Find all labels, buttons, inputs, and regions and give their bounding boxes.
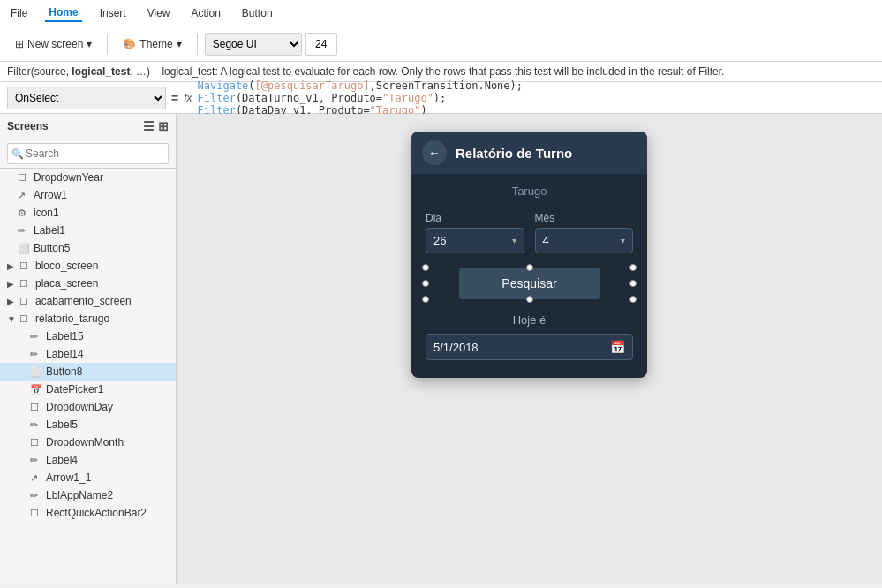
- today-date-value: 5/1/2018: [433, 341, 610, 354]
- phone-title: Relatório de Turno: [456, 146, 572, 161]
- tree-label: Label1: [34, 224, 169, 237]
- month-label: Mês: [535, 212, 634, 224]
- grid-view-icon[interactable]: ⊞: [158, 119, 169, 133]
- label-icon: ✏: [30, 490, 42, 501]
- handle-ml: [422, 280, 429, 287]
- handle-tm: [526, 264, 533, 271]
- icon-icon: ⚙: [18, 207, 30, 219]
- tree-item-icon1[interactable]: ⚙ icon1: [0, 204, 176, 222]
- property-select[interactable]: OnSelect: [7, 87, 166, 109]
- back-button[interactable]: ←: [422, 140, 447, 165]
- expand-icon[interactable]: ▼: [7, 314, 16, 324]
- button-icon: ⬜: [30, 366, 42, 378]
- label-icon: ✏: [30, 349, 42, 360]
- tree-item-DropdownYear[interactable]: ☐ DropdownYear: [0, 169, 176, 186]
- tree-item-acabamento-screen[interactable]: ▶ ☐ acabamento_screen: [0, 292, 176, 310]
- new-screen-label: New screen: [27, 38, 83, 50]
- filter-info: Filter(source, logical_test, …) logical_…: [7, 65, 724, 78]
- menu-action[interactable]: Action: [188, 5, 224, 21]
- tree-label: Label4: [46, 454, 169, 466]
- font-size-input[interactable]: [305, 33, 337, 56]
- menu-button[interactable]: Button: [238, 5, 276, 21]
- button-icon: ⬜: [18, 243, 30, 254]
- chevron-down-icon-2: ▾: [177, 38, 182, 50]
- screen-icon: ☐: [19, 260, 32, 272]
- theme-button[interactable]: 🎨 Theme ▾: [115, 34, 189, 55]
- formula-bar: OnSelect = fx Navigate([@pesquisarTarugo…: [0, 82, 882, 114]
- tree-item-Label4[interactable]: ✏ Label4: [0, 451, 176, 469]
- day-month-fields: Dia 26 ▾ Mês 4 ▾: [426, 212, 633, 253]
- formula-content: Navigate([@pesquisarTarugo],ScreenTransi…: [198, 79, 875, 117]
- canvas-area: ← Relatório de Turno Tarugo Dia 26 ▾ Mês: [177, 114, 882, 584]
- tree-item-bloco-screen[interactable]: ▶ ☐ bloco_screen: [0, 257, 176, 275]
- tree-label: DropdownMonth: [46, 436, 169, 449]
- pesquisar-button[interactable]: Pesquisar: [459, 268, 600, 299]
- dropdown-icon: ☐: [30, 402, 42, 413]
- menu-file[interactable]: File: [7, 5, 31, 21]
- theme-label: Theme: [139, 38, 172, 50]
- search-box: 🔍: [0, 139, 176, 169]
- tree-item-Button8[interactable]: ⬜ Button8: [0, 363, 176, 381]
- list-view-icon[interactable]: ☰: [143, 119, 155, 133]
- expand-icon[interactable]: ▶: [7, 261, 16, 271]
- tree-item-DropdownDay[interactable]: ☐ DropdownDay: [0, 398, 176, 416]
- tree-item-LblAppName2[interactable]: ✏ LblAppName2: [0, 486, 176, 504]
- chevron-down-icon: ▾: [87, 38, 92, 50]
- sidebar-title: Screens: [7, 120, 49, 132]
- month-dropdown[interactable]: 4 ▾: [535, 228, 634, 253]
- tree-item-placa-screen[interactable]: ▶ ☐ placa_screen: [0, 275, 176, 292]
- tree-item-Label15[interactable]: ✏ Label15: [0, 328, 176, 345]
- menu-bar: File Home Insert View Action Button: [0, 0, 882, 26]
- sidebar-header-icons: ☰ ⊞: [143, 119, 169, 133]
- date-field[interactable]: 5/1/2018 📅: [426, 334, 633, 360]
- tree-item-Label5[interactable]: ✏ Label5: [0, 416, 176, 433]
- toolbar: ⊞ New screen ▾ 🎨 Theme ▾ Segoe UI: [0, 26, 882, 62]
- tree-item-Arrow1[interactable]: ↗ Arrow1: [0, 186, 176, 204]
- tree-label: relatorio_tarugo: [35, 313, 169, 325]
- label-icon: ✏: [18, 225, 30, 237]
- tree-label: DropdownDay: [46, 401, 169, 413]
- tree-label: acabamento_screen: [35, 295, 169, 307]
- day-dropdown[interactable]: 26 ▾: [426, 228, 524, 253]
- menu-insert[interactable]: Insert: [96, 5, 130, 21]
- expand-icon[interactable]: ▶: [7, 297, 16, 306]
- screen-icon: ☐: [19, 296, 32, 307]
- tree-item-Button5[interactable]: ⬜ Button5: [0, 239, 176, 257]
- tree-label: Label14: [46, 348, 169, 360]
- search-icon: 🔍: [11, 148, 24, 160]
- label-icon: ✏: [30, 455, 42, 466]
- tree-item-DropdownMonth[interactable]: ☐ DropdownMonth: [0, 433, 176, 451]
- tree-item-Label1[interactable]: ✏ Label1: [0, 222, 176, 239]
- toolbar-separator-2: [197, 34, 198, 55]
- tree-label: Label5: [46, 418, 169, 431]
- search-button-wrapper: Pesquisar: [426, 268, 633, 299]
- tree-label: DropdownYear: [34, 171, 169, 184]
- dropdown-icon: ☐: [30, 437, 42, 449]
- phone-body: Tarugo Dia 26 ▾ Mês 4 ▾: [411, 174, 647, 378]
- tree-item-relatorio-tarugo[interactable]: ▼ ☐ relatorio_tarugo: [0, 310, 176, 328]
- rect-icon: ☐: [30, 508, 42, 519]
- day-dropdown-arrow: ▾: [512, 236, 516, 245]
- screen-icon: ☐: [19, 313, 32, 325]
- search-wrapper: 🔍: [7, 143, 169, 164]
- arrow-icon: ↗: [18, 190, 30, 201]
- tree-label: Arrow1: [34, 189, 169, 201]
- new-screen-button[interactable]: ⊞ New screen ▾: [7, 34, 100, 55]
- tree-item-Label14[interactable]: ✏ Label14: [0, 345, 176, 363]
- tree-label: DatePicker1: [46, 383, 169, 396]
- menu-view[interactable]: View: [144, 5, 174, 21]
- menu-home[interactable]: Home: [45, 4, 81, 22]
- info-description: logical_test: A logical test to evaluate…: [162, 65, 724, 78]
- tree-label: placa_screen: [35, 277, 169, 290]
- tree-item-DatePicker1[interactable]: 📅 DatePicker1: [0, 381, 176, 398]
- day-field-group: Dia 26 ▾: [426, 212, 524, 253]
- toolbar-separator-1: [107, 34, 108, 55]
- tree-item-RectQuickActionBar2[interactable]: ☐ RectQuickActionBar2: [0, 504, 176, 522]
- phone-frame: ← Relatório de Turno Tarugo Dia 26 ▾ Mês: [411, 132, 647, 378]
- tree-item-Arrow1-1[interactable]: ↗ Arrow1_1: [0, 469, 176, 486]
- font-select[interactable]: Segoe UI: [205, 33, 302, 56]
- equals-sign: =: [171, 91, 178, 105]
- search-input[interactable]: [7, 143, 169, 164]
- expand-icon[interactable]: ▶: [7, 279, 16, 289]
- handle-tl: [422, 264, 429, 271]
